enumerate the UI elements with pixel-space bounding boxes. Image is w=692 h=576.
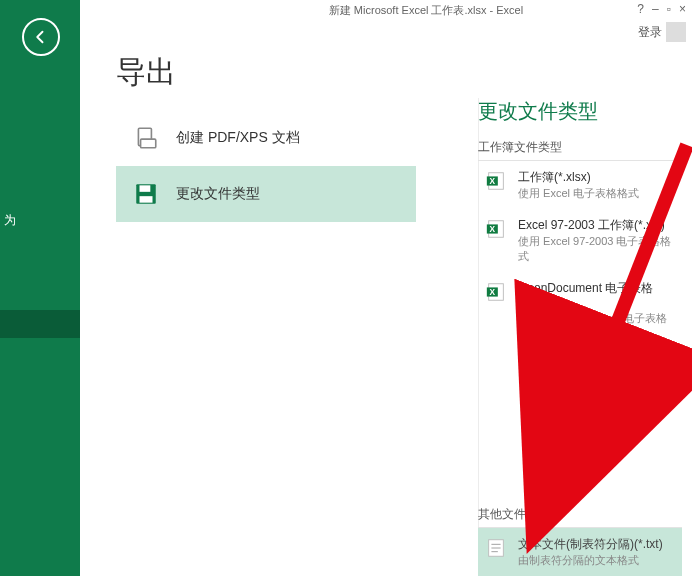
help-button[interactable]: ? (637, 2, 644, 16)
nav-item-export-selected[interactable] (0, 310, 80, 338)
filetype-name: 工作簿(*.xlsx) (518, 169, 639, 186)
filetype-name: OpenDocument 电子表格(*.ods) (518, 280, 676, 311)
back-button[interactable] (22, 18, 60, 56)
avatar-icon (666, 22, 686, 42)
filetype-ods[interactable]: X OpenDocument 电子表格(*.ods) 使用 OpenDocume… (478, 272, 682, 349)
window-title: 新建 Microsoft Excel 工作表.xlsx - Excel (329, 3, 523, 18)
panel-heading: 更改文件类型 (478, 98, 682, 125)
other-types-label: 其他文件类型 (478, 506, 682, 528)
svg-text:X: X (490, 288, 496, 297)
svg-rect-3 (140, 185, 151, 192)
svg-rect-4 (140, 196, 153, 203)
filetype-desc: 使用 Excel 电子表格格式 (518, 186, 639, 201)
title-bar: 新建 Microsoft Excel 工作表.xlsx - Excel ? – … (160, 0, 692, 20)
arrow-left-icon (32, 28, 50, 46)
create-pdf-xps-option[interactable]: 创建 PDF/XPS 文档 (116, 110, 416, 166)
filetype-desc: 由制表符分隔的文本格式 (518, 553, 663, 568)
svg-rect-1 (141, 139, 156, 148)
excel-file-icon: X (484, 280, 508, 304)
filetype-txt[interactable]: 文本文件(制表符分隔)(*.txt) 由制表符分隔的文本格式 (478, 528, 682, 576)
change-file-type-option[interactable]: 更改文件类型 (116, 166, 416, 222)
pdf-icon (132, 124, 160, 152)
other-file-types-section: 其他文件类型 文本文件(制表符分隔)(*.txt) 由制表符分隔的文本格式 (478, 502, 682, 576)
backstage-nav: 为 (0, 0, 80, 576)
sign-in[interactable]: 登录 (638, 22, 686, 42)
sign-in-label: 登录 (638, 24, 662, 41)
filetype-name: Excel 97-2003 工作簿(*.xls) (518, 217, 676, 234)
filetype-xls[interactable]: X Excel 97-2003 工作簿(*.xls) 使用 Excel 97-2… (478, 209, 682, 272)
filetype-desc: 使用 Excel 97-2003 电子表格格式 (518, 234, 676, 264)
svg-text:X: X (490, 225, 496, 234)
create-pdf-label: 创建 PDF/XPS 文档 (176, 129, 300, 147)
excel-file-icon: X (484, 217, 508, 241)
nav-item-saveas[interactable]: 为 (4, 212, 16, 229)
minimize-button[interactable]: – (652, 2, 659, 16)
export-type-list: 创建 PDF/XPS 文档 更改文件类型 (116, 110, 416, 222)
filetype-xlsx[interactable]: X 工作簿(*.xlsx) 使用 Excel 电子表格格式 (478, 161, 682, 209)
svg-text:X: X (490, 177, 496, 186)
restore-button[interactable]: ▫ (667, 2, 671, 16)
backstage-content: 新建 Microsoft Excel 工作表.xlsx - Excel ? – … (80, 0, 692, 576)
filetype-name: 文本文件(制表符分隔)(*.txt) (518, 536, 663, 553)
excel-file-icon: X (484, 169, 508, 193)
text-file-icon (484, 536, 508, 560)
close-button[interactable]: × (679, 2, 686, 16)
change-file-type-label: 更改文件类型 (176, 185, 260, 203)
save-as-icon (132, 180, 160, 208)
page-title: 导出 (116, 52, 176, 93)
workbook-types-label: 工作簿文件类型 (478, 139, 682, 161)
filetype-desc: 使用 OpenDocument 电子表格格式 (518, 311, 676, 341)
